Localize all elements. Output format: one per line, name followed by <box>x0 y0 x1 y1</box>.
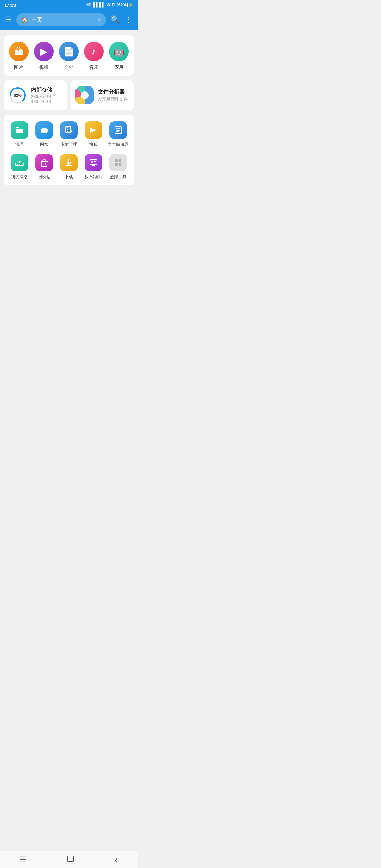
doc-label: 文档 <box>64 64 73 71</box>
music-icon: ♪ <box>84 42 104 61</box>
tool-pc[interactable]: 从PC访问 <box>81 154 106 180</box>
header-right: 🔍 ⋮ <box>110 15 133 24</box>
status-icons: HD ▌▌▌▌ WiFi [62%]⚡ <box>85 2 133 7</box>
analyzer-title: 文件分析器 <box>98 89 128 95</box>
clean-icon <box>11 121 28 139</box>
tool-network[interactable]: 我的网络 <box>7 154 32 180</box>
svg-rect-10 <box>17 131 18 132</box>
breadcrumb-text: 主页 <box>31 16 42 24</box>
svg-rect-43 <box>115 163 118 166</box>
svg-rect-35 <box>90 160 97 164</box>
tool-recycle[interactable]: 回收站 <box>32 154 56 180</box>
recycle-label: 回收站 <box>38 174 50 180</box>
svg-rect-42 <box>119 159 121 162</box>
cloud-icon <box>35 121 53 139</box>
wifi-icon: WiFi <box>107 2 115 7</box>
alltools-label: 全部工具 <box>110 174 127 180</box>
storage-percent: 62% <box>14 93 22 97</box>
svg-rect-15 <box>66 126 71 133</box>
analyzer-icon <box>75 86 94 104</box>
tools-grid: 清理 网盘 <box>7 121 131 180</box>
compress-label: 压缩管理 <box>60 141 77 147</box>
storage-row: 62% 内部存储 286.35 GB / 463.99 GB <box>4 80 134 110</box>
svg-point-25 <box>17 164 18 165</box>
video-label: 视频 <box>39 64 48 71</box>
tool-download[interactable]: 下载 <box>56 154 81 180</box>
category-item-video[interactable]: ▶ 视频 <box>34 42 54 71</box>
svg-rect-32 <box>43 160 46 161</box>
category-item-app[interactable]: 🤖 应用 <box>109 42 129 71</box>
storage-usage: 286.35 GB / 463.99 GB <box>31 94 62 104</box>
pc-icon <box>85 154 102 171</box>
home-icon: 🏠 <box>21 17 28 23</box>
texteditor-label: 文本编辑器 <box>108 141 129 147</box>
status-bar: 17:28 HD ▌▌▌▌ WiFi [62%]⚡ <box>0 0 138 10</box>
status-time: 17:28 <box>4 2 16 8</box>
network-label: 我的网络 <box>11 174 28 180</box>
internal-storage-card[interactable]: 62% 内部存储 286.35 GB / 463.99 GB <box>4 80 67 110</box>
svg-rect-44 <box>119 163 121 166</box>
svg-rect-16 <box>67 127 68 128</box>
app-icon: 🤖 <box>109 42 129 61</box>
close-icon[interactable]: ✕ <box>97 17 101 23</box>
signal-icon: HD <box>85 2 91 7</box>
transfer-icon <box>85 121 102 139</box>
images-icon: 🏔 <box>9 42 29 61</box>
doc-icon: 📄 <box>59 42 79 61</box>
category-item-doc[interactable]: 📄 文档 <box>59 42 79 71</box>
pc-label: 从PC访问 <box>84 174 103 180</box>
alltools-icon <box>109 154 127 171</box>
battery-icon: [62%]⚡ <box>117 2 133 7</box>
svg-point-14 <box>42 128 46 131</box>
storage-title: 内部存储 <box>31 86 62 93</box>
svg-point-26 <box>19 164 20 165</box>
transfer-label: 快传 <box>89 141 98 147</box>
svg-rect-28 <box>41 161 47 166</box>
svg-rect-38 <box>94 161 96 162</box>
menu-icon[interactable]: ☰ <box>5 15 12 24</box>
app-label: 应用 <box>114 64 123 71</box>
download-icon <box>60 154 78 171</box>
storage-info: 内部存储 286.35 GB / 463.99 GB <box>31 86 62 104</box>
svg-point-6 <box>81 91 89 99</box>
svg-rect-41 <box>115 159 118 162</box>
analyzer-info: 文件分析器 发现可清理文件 <box>98 89 128 102</box>
network-icon <box>11 154 28 171</box>
more-icon[interactable]: ⋮ <box>125 15 133 24</box>
tool-clean[interactable]: 清理 <box>7 121 32 147</box>
svg-marker-19 <box>90 128 96 133</box>
search-icon[interactable]: 🔍 <box>110 15 120 24</box>
tool-compress[interactable]: 压缩管理 <box>56 121 81 147</box>
category-item-music[interactable]: ♪ 音乐 <box>84 42 104 71</box>
music-label: 音乐 <box>89 64 98 71</box>
recycle-icon <box>35 154 53 171</box>
tool-cloud[interactable]: 网盘 <box>32 121 56 147</box>
signal-bars: ▌▌▌▌ <box>93 2 105 7</box>
file-analyzer-card[interactable]: 文件分析器 发现可清理文件 <box>71 80 134 110</box>
storage-circle: 62% <box>8 86 27 104</box>
tool-alltools[interactable]: 全部工具 <box>106 154 131 180</box>
download-label: 下载 <box>65 174 73 180</box>
texteditor-icon <box>109 121 127 139</box>
svg-rect-18 <box>67 131 68 132</box>
tools-card: 清理 网盘 <box>4 115 134 185</box>
main-content: 🏔 图片 ▶ 视频 📄 文档 ♪ 音乐 🤖 应用 <box>0 30 138 188</box>
cloud-label: 网盘 <box>40 141 48 147</box>
category-row: 🏔 图片 ▶ 视频 📄 文档 ♪ 音乐 🤖 应用 <box>4 35 134 76</box>
clean-label: 清理 <box>15 141 24 147</box>
app-header: ☰ 🏠 主页 ✕ 🔍 ⋮ <box>0 10 138 30</box>
category-item-images[interactable]: 🏔 图片 <box>9 42 29 71</box>
svg-rect-17 <box>67 129 68 130</box>
images-label: 图片 <box>14 64 23 71</box>
breadcrumb[interactable]: 🏠 主页 ✕ <box>16 13 106 26</box>
tool-transfer[interactable]: 快传 <box>81 121 106 147</box>
compress-icon <box>60 121 78 139</box>
video-icon: ▶ <box>34 42 54 61</box>
tool-texteditor[interactable]: 文本编辑器 <box>106 121 131 147</box>
analyzer-subtitle: 发现可清理文件 <box>98 96 128 102</box>
svg-rect-8 <box>16 129 23 133</box>
svg-rect-7 <box>16 127 19 128</box>
svg-rect-9 <box>17 130 19 131</box>
